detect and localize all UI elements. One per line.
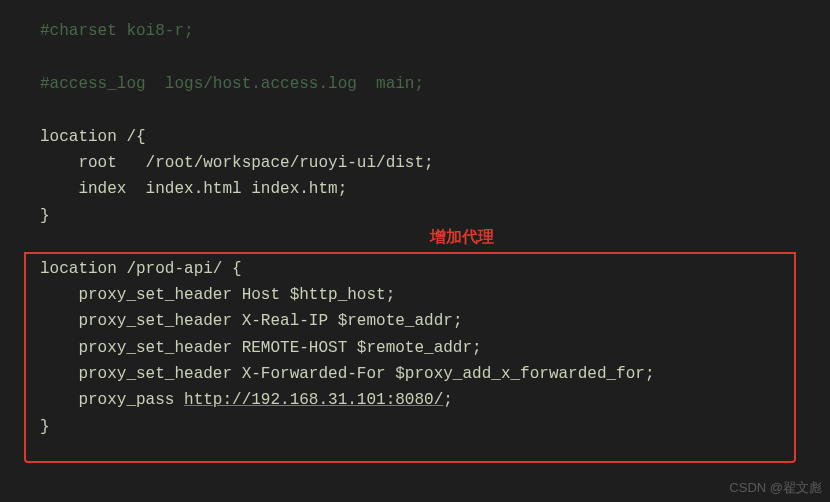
comment-accesslog: #access_log logs/host.access.log main	[40, 75, 414, 93]
location-prodapi-kw: location	[40, 260, 117, 278]
annotation-label: 增加代理	[430, 224, 494, 250]
proxy-header-host: proxy_set_header Host $http_host	[78, 286, 385, 304]
proxy-header-remotehost: proxy_set_header REMOTE-HOST $remote_add…	[78, 339, 472, 357]
location-root-kw: location	[40, 128, 117, 146]
watermark: CSDN @翟文彪	[729, 477, 822, 498]
index-directive: index index.html index.htm	[78, 180, 337, 198]
proxy-pass: proxy_pass	[78, 391, 184, 409]
root-directive: root /root/workspace/ruoyi-ui/dist	[78, 154, 424, 172]
proxy-header-forwarded: proxy_set_header X-Forwarded-For $proxy_…	[78, 365, 645, 383]
proxy-pass-url: http://192.168.31.101:8080/	[184, 391, 443, 409]
code-block: #charset koi8-r; #access_log logs/host.a…	[0, 0, 830, 440]
comment-charset: #charset koi8-r;	[40, 22, 194, 40]
proxy-header-realip: proxy_set_header X-Real-IP $remote_addr	[78, 312, 452, 330]
